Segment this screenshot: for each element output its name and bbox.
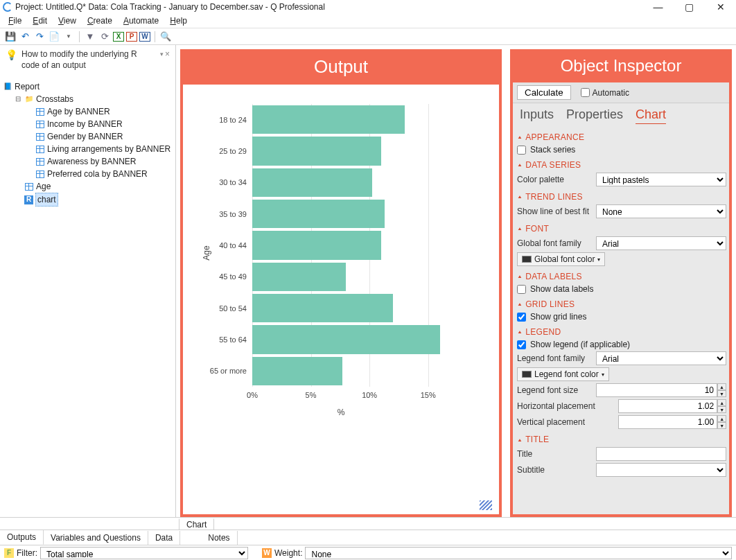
menu-edit[interactable]: Edit bbox=[33, 16, 47, 26]
report-tree[interactable]: 📘 Report ⊟ 📁 Crosstabs Age by BANNERInco… bbox=[0, 78, 175, 517]
hint-dropdown-icon[interactable]: ▾ bbox=[160, 51, 164, 58]
resize-handle-icon[interactable] bbox=[480, 500, 492, 510]
show-legend-input[interactable] bbox=[517, 340, 526, 349]
stack-series-input[interactable] bbox=[517, 146, 526, 155]
tree-root[interactable]: 📘 Report bbox=[3, 80, 173, 93]
x-axis-label: % bbox=[197, 408, 485, 417]
tree-item[interactable]: Living arrangements by BANNER bbox=[3, 143, 173, 155]
spin-down-icon[interactable]: ▼ bbox=[717, 390, 726, 397]
best-fit-select[interactable]: None bbox=[596, 204, 726, 218]
color-palette-select[interactable]: Light pastels bbox=[596, 173, 726, 186]
spin-up-icon[interactable]: ▲ bbox=[717, 383, 726, 390]
tree-item-label: Income by BANNER bbox=[47, 118, 123, 130]
show-data-labels-input[interactable] bbox=[517, 285, 526, 294]
menu-help[interactable]: Help bbox=[170, 16, 187, 26]
category-label: 30 to 34 bbox=[198, 178, 247, 186]
tree-item-age[interactable]: Age bbox=[3, 180, 173, 193]
menu-automate[interactable]: Automate bbox=[123, 16, 159, 26]
refresh-icon[interactable]: ⟳ bbox=[98, 30, 111, 43]
title-input[interactable] bbox=[596, 447, 726, 461]
tab-inputs[interactable]: Inputs bbox=[520, 107, 554, 122]
menu-view[interactable]: View bbox=[58, 16, 76, 26]
section-appearance[interactable]: APPEARANCE bbox=[517, 132, 726, 142]
hint-text[interactable]: How to modify the underlying R code of a… bbox=[21, 49, 156, 71]
tree-item[interactable]: Gender by BANNER bbox=[3, 130, 173, 143]
spin-up-icon[interactable]: ▲ bbox=[717, 415, 726, 422]
export-word-icon[interactable]: W bbox=[139, 32, 150, 42]
close-button[interactable]: ✕ bbox=[705, 0, 736, 13]
tree-item-label: Gender by BANNER bbox=[47, 130, 123, 143]
legend-hplace-input[interactable] bbox=[618, 399, 717, 413]
spin-down-icon[interactable]: ▼ bbox=[717, 422, 726, 429]
subtitle-select[interactable] bbox=[596, 463, 726, 477]
global-font-select[interactable]: Arial bbox=[596, 236, 726, 250]
save-icon[interactable]: 💾 bbox=[4, 30, 17, 43]
tree-item[interactable]: Preferred cola by BANNER bbox=[3, 168, 173, 180]
dropdown-icon[interactable]: ▼ bbox=[62, 30, 75, 43]
filter-select[interactable]: Total sample bbox=[40, 547, 248, 559]
category-label: 25 to 29 bbox=[198, 147, 247, 155]
show-data-labels-checkbox[interactable]: Show data labels bbox=[517, 284, 726, 294]
stack-series-checkbox[interactable]: Stack series bbox=[517, 145, 726, 155]
section-grid-lines[interactable]: GRID LINES bbox=[517, 299, 726, 309]
show-grid-lines-checkbox[interactable]: Show grid lines bbox=[517, 312, 726, 322]
menu-create[interactable]: Create bbox=[87, 16, 112, 26]
bar bbox=[252, 263, 346, 291]
tree-root-label: Report bbox=[15, 80, 40, 93]
legend-vplace-input[interactable] bbox=[618, 415, 717, 429]
collapse-icon[interactable]: ⊟ bbox=[14, 93, 22, 105]
show-grid-lines-input[interactable] bbox=[517, 313, 526, 322]
subtab-data[interactable]: Data bbox=[148, 531, 180, 545]
bar bbox=[252, 231, 381, 259]
section-data-series[interactable]: DATA SERIES bbox=[517, 160, 726, 170]
search-icon[interactable]: 🔍 bbox=[159, 30, 172, 43]
export-powerpoint-icon[interactable]: P bbox=[126, 32, 137, 42]
tab-properties[interactable]: Properties bbox=[566, 107, 623, 122]
section-legend[interactable]: LEGEND bbox=[517, 327, 726, 337]
legend-font-color-button[interactable]: Legend font color ▾ bbox=[517, 367, 609, 381]
filter-icon[interactable]: ▼ bbox=[84, 30, 96, 43]
output-title: Output bbox=[183, 52, 499, 85]
automatic-label: Automatic bbox=[593, 88, 629, 98]
hint-close-icon[interactable]: × bbox=[165, 49, 170, 59]
hint-panel: 💡 How to modify the underlying R code of… bbox=[0, 45, 175, 78]
global-font-color-button[interactable]: Global font color ▾ bbox=[517, 252, 605, 266]
tree-item-chart[interactable]: R chart bbox=[3, 193, 173, 207]
spinner[interactable]: ▲▼ bbox=[717, 415, 726, 429]
subtab-outputs[interactable]: Outputs bbox=[0, 530, 44, 545]
subtab-notes[interactable]: Notes bbox=[201, 531, 237, 545]
section-data-labels[interactable]: DATA LABELS bbox=[517, 272, 726, 281]
section-title[interactable]: TITLE bbox=[517, 435, 726, 444]
table-icon bbox=[35, 145, 45, 153]
tree-item[interactable]: Awareness by BANNER bbox=[3, 155, 173, 168]
spinner[interactable]: ▲▼ bbox=[717, 399, 726, 413]
maximize-button[interactable]: ▢ bbox=[674, 0, 705, 13]
tree-item[interactable]: Income by BANNER bbox=[3, 118, 173, 130]
legend-size-input[interactable] bbox=[596, 383, 717, 397]
automatic-checkbox-input[interactable] bbox=[581, 88, 590, 97]
weight-select[interactable]: None bbox=[305, 547, 732, 559]
table-icon bbox=[35, 170, 45, 178]
calculate-button[interactable]: Calculate bbox=[517, 85, 571, 100]
section-font[interactable]: FONT bbox=[517, 224, 726, 234]
color-swatch-icon bbox=[522, 256, 532, 263]
menu-file[interactable]: File bbox=[8, 16, 21, 26]
tab-chart[interactable]: Chart bbox=[636, 107, 666, 124]
legend-font-select[interactable]: Arial bbox=[596, 351, 726, 365]
output-tab-chart[interactable]: Chart bbox=[179, 518, 214, 530]
subtab-variables[interactable]: Variables and Questions bbox=[44, 531, 148, 545]
inspector-body[interactable]: APPEARANCE Stack series DATA SERIES Colo… bbox=[513, 124, 729, 514]
show-legend-checkbox[interactable]: Show legend (if applicable) bbox=[517, 340, 726, 349]
section-trend-lines[interactable]: TREND LINES bbox=[517, 192, 726, 202]
tree-folder-crosstabs[interactable]: ⊟ 📁 Crosstabs bbox=[3, 93, 173, 105]
export-excel-icon[interactable]: X bbox=[113, 32, 124, 42]
minimize-button[interactable]: — bbox=[642, 0, 674, 13]
automatic-checkbox[interactable]: Automatic bbox=[581, 88, 629, 98]
copy-icon[interactable]: 📄 bbox=[48, 30, 60, 43]
redo-icon[interactable]: ↷ bbox=[33, 30, 46, 43]
undo-icon[interactable]: ↶ bbox=[19, 30, 31, 43]
spinner[interactable]: ▲▼ bbox=[717, 383, 726, 397]
spin-down-icon[interactable]: ▼ bbox=[717, 406, 726, 413]
spin-up-icon[interactable]: ▲ bbox=[717, 399, 726, 406]
tree-item[interactable]: Age by BANNER bbox=[3, 105, 173, 118]
